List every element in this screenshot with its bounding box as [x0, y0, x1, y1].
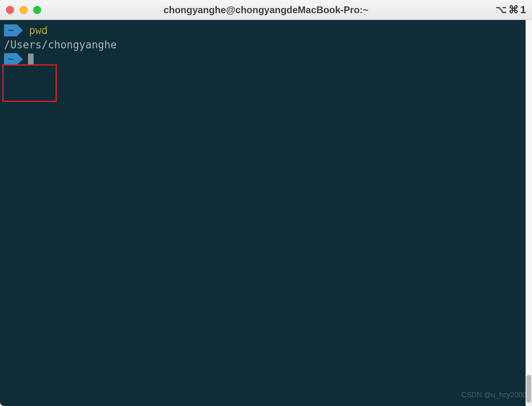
- titlebar-shortcut: ⌥⌘1: [496, 4, 526, 16]
- minimize-button[interactable]: [20, 6, 28, 14]
- traffic-lights: [6, 6, 41, 14]
- terminal-body[interactable]: ~ pwd /Users/chongyanghe ~ CSDN @u_hcy20…: [0, 20, 532, 406]
- terminal-line: ~: [3, 52, 525, 66]
- titlebar[interactable]: chongyanghe@chongyangdeMacBook-Pro:~ ⌥⌘1: [0, 0, 532, 20]
- scrollbar-thumb[interactable]: [526, 375, 531, 403]
- terminal-content[interactable]: ~ pwd /Users/chongyanghe ~: [3, 23, 525, 403]
- zoom-button[interactable]: [33, 6, 41, 14]
- prompt-path-segment: ~: [4, 24, 17, 36]
- prompt-path-segment: ~: [4, 53, 17, 65]
- terminal-output-line: /Users/chongyanghe: [3, 38, 525, 52]
- terminal-line: ~ pwd: [3, 23, 525, 38]
- close-button[interactable]: [6, 6, 14, 14]
- command-key-icon: ⌘: [508, 4, 519, 16]
- terminal-window: chongyanghe@chongyangdeMacBook-Pro:~ ⌥⌘1…: [0, 0, 532, 406]
- window-title: chongyanghe@chongyangdeMacBook-Pro:~: [164, 4, 368, 16]
- option-key-icon: ⌥: [496, 4, 507, 15]
- scrollbar-track[interactable]: [526, 20, 532, 406]
- watermark-text: CSDN @u_hcy2000: [462, 388, 526, 402]
- cursor-icon: [28, 54, 34, 65]
- command-text: pwd: [29, 23, 48, 38]
- shortcut-number: 1: [520, 4, 526, 16]
